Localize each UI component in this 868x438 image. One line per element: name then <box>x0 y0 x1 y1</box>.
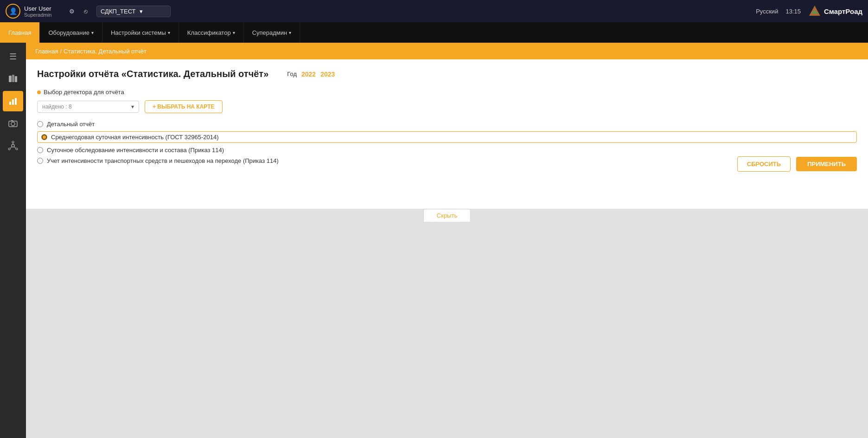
svg-rect-7 <box>12 99 14 105</box>
logout-icon[interactable]: ⎋ <box>81 6 91 16</box>
nav-item-superadmin[interactable]: Суперадмин ▾ <box>244 22 300 43</box>
svg-point-15 <box>16 148 18 150</box>
content-area: Главная / Статистика. Детальный отчёт На… <box>26 43 868 438</box>
svg-line-17 <box>10 147 12 148</box>
user-text: User User Superadmin <box>24 5 51 18</box>
sidebar-map-icon[interactable] <box>3 69 23 89</box>
dot-orange <box>37 90 41 94</box>
sidebar-camera-icon[interactable] <box>3 113 23 134</box>
report-title: Настройки отчёта «Статистика. Детальный … <box>37 69 268 79</box>
nav-item-classifier[interactable]: Классификатор ▾ <box>179 22 244 43</box>
nav-label-superadmin: Суперадмин <box>252 29 287 36</box>
nav-item-equipment[interactable]: Оборудование ▾ <box>40 22 102 43</box>
nav-item-settings[interactable]: Настройки системы ▾ <box>102 22 179 43</box>
svg-rect-5 <box>15 76 17 82</box>
radio-daily-survey-label: Суточное обследование интенсивности и со… <box>47 147 224 154</box>
user-avatar: 👤 <box>6 4 20 19</box>
breadcrumb: Главная / Статистика. Детальный отчёт <box>26 43 868 59</box>
top-bar-right: Русский 13:15 СмартРоад <box>756 5 862 18</box>
breadcrumb-home[interactable]: Главная <box>35 48 58 55</box>
nav-label-equipment: Оборудование <box>48 29 89 36</box>
radio-pedestrian[interactable]: Учет интенсивности транспортных средств … <box>37 157 857 164</box>
language-selector[interactable]: Русский <box>756 8 778 15</box>
sidebar-chart-icon[interactable] <box>3 91 23 111</box>
brand-name: СмартРоад <box>824 7 862 15</box>
svg-point-10 <box>11 122 15 126</box>
radio-daily-survey[interactable]: Суточное обследование интенсивности и со… <box>37 147 857 154</box>
top-bar: 👤 User User Superadmin ⚙ ⎋ СДКП_ТЕСТ ▾ Р… <box>0 0 868 22</box>
apply-button[interactable]: ПРИМЕНИТЬ <box>796 157 857 171</box>
svg-rect-6 <box>9 102 11 105</box>
nav-item-home[interactable]: Главная <box>0 22 40 43</box>
detector-count: найдено : 8 <box>42 103 72 110</box>
detector-input[interactable]: найдено : 8 ▾ <box>37 101 139 113</box>
user-role: Superadmin <box>24 12 51 18</box>
sidebar-network-icon[interactable] <box>3 135 23 156</box>
white-panel: Настройки отчёта «Статистика. Детальный … <box>26 59 868 209</box>
svg-rect-8 <box>15 98 17 105</box>
report-type-section: Детальный отчёт Среднегодовая суточная и… <box>37 121 857 164</box>
system-dropdown[interactable]: СДКП_ТЕСТ ▾ <box>96 6 171 17</box>
nav-label-settings: Настройки системы <box>111 29 166 36</box>
year-label: Год <box>287 71 297 77</box>
user-info: 👤 User User Superadmin <box>6 4 61 19</box>
svg-point-12 <box>12 144 14 147</box>
chevron-icon: ▾ <box>289 30 291 35</box>
svg-rect-4 <box>12 75 14 82</box>
radio-detailed[interactable]: Детальный отчёт <box>37 121 857 128</box>
detector-label: Выбор детектора для отчёта <box>44 89 124 96</box>
reset-button[interactable]: СБРОСИТЬ <box>737 156 791 172</box>
nav-label-classifier: Классификатор <box>187 29 231 36</box>
hide-panel-button[interactable]: Скрыть <box>423 209 471 222</box>
svg-rect-3 <box>9 76 12 82</box>
dropdown-arrow-icon: ▾ <box>131 103 134 110</box>
nav-label-home: Главная <box>8 29 31 36</box>
radio-detailed-label: Детальный отчёт <box>47 121 95 128</box>
chevron-icon: ▾ <box>91 30 94 35</box>
svg-point-13 <box>12 141 14 143</box>
radio-average-daily-label: Среднегодовая суточная интенсивность (ГО… <box>51 134 219 141</box>
page-body: ☰ <box>0 43 868 438</box>
action-bar: СБРОСИТЬ ПРИМЕНИТЬ <box>737 156 857 172</box>
chevron-icon: ▾ <box>168 30 170 35</box>
gray-area: Скрыть <box>26 209 868 438</box>
settings-icon[interactable]: ⚙ <box>67 6 77 16</box>
sidebar-menu-icon[interactable]: ☰ <box>3 46 23 67</box>
chevron-icon: ▾ <box>233 30 235 35</box>
time-display: 13:15 <box>785 8 801 15</box>
brand-icon <box>808 5 821 18</box>
radio-pedestrian-label: Учет интенсивности транспортных средств … <box>47 157 279 164</box>
icon-sidebar: ☰ <box>0 43 26 438</box>
chevron-down-icon: ▾ <box>140 8 143 15</box>
breadcrumb-sep: / <box>60 48 62 55</box>
map-button[interactable]: + ВЫБРАТЬ НА КАРТЕ <box>145 100 223 113</box>
brand-logo: СмартРоад <box>808 5 862 18</box>
radio-average-daily[interactable]: Среднегодовая суточная интенсивность (ГО… <box>37 131 857 143</box>
detector-section: Выбор детектора для отчёта найдено : 8 ▾… <box>37 89 857 113</box>
svg-rect-11 <box>11 120 13 121</box>
report-settings: Настройки отчёта «Статистика. Детальный … <box>26 59 868 181</box>
user-name: User User <box>24 5 51 12</box>
svg-point-14 <box>8 148 10 150</box>
report-header: Настройки отчёта «Статистика. Детальный … <box>37 69 857 79</box>
year-selector: Год 2022 2023 <box>287 71 335 78</box>
detector-row: найдено : 8 ▾ + ВЫБРАТЬ НА КАРТЕ <box>37 100 857 113</box>
year-2023[interactable]: 2023 <box>320 71 335 78</box>
nav-bar: Главная Оборудование ▾ Настройки системы… <box>0 22 868 43</box>
top-bar-icons: ⚙ ⎋ <box>67 6 91 16</box>
dropdown-label: СДКП_ТЕСТ <box>101 8 136 15</box>
svg-line-18 <box>14 147 16 148</box>
year-2022[interactable]: 2022 <box>301 71 316 78</box>
breadcrumb-current: Статистика. Детальный отчёт <box>64 48 147 55</box>
section-label: Выбор детектора для отчёта <box>37 89 857 96</box>
